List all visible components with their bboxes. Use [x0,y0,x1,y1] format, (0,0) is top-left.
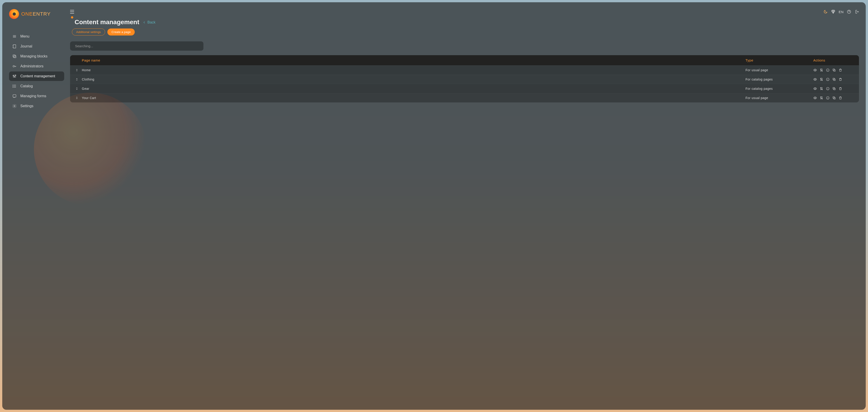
row-type: For usual page [745,96,813,100]
svg-point-11 [14,77,15,77]
sidebar-item-label: Settings [20,104,33,108]
sidebar-item-label: Journal [20,44,32,49]
action-buttons: Additional settings Create a page [70,29,859,35]
info-action[interactable] [826,96,830,100]
eye-action[interactable] [813,68,817,72]
theme-toggle[interactable] [823,9,828,14]
info-icon [826,96,830,100]
row-actions [813,78,854,81]
sidebar-item-catalog[interactable]: Catalog [9,81,64,91]
row-type: For catalog pages [745,87,813,90]
eye-icon [813,87,817,90]
svg-rect-3 [13,45,16,48]
bookmark-off-action[interactable] [819,96,823,100]
sidebar-item-content-management[interactable]: Content management [9,71,64,81]
sidebar-item-label: Administrators [20,64,43,68]
drag-handle[interactable] [72,87,82,90]
trash-action[interactable] [839,68,842,72]
hamburger-button[interactable] [70,9,75,14]
svg-point-37 [815,88,815,89]
table-body: HomeFor usual pageClothingFor catalog pa… [70,65,859,102]
key-icon [12,64,17,68]
sidebar-item-administrators[interactable]: Administrators [9,61,64,71]
app-window: ONEENTRY MenuJournalManaging blocksAdmin… [2,2,866,410]
sidebar-item-menu[interactable]: Menu [9,32,64,41]
info-action[interactable] [826,78,830,81]
col-type: Type [745,58,813,62]
bookmark-off-icon [819,96,823,100]
bookmark-off-action[interactable] [819,78,823,81]
svg-point-10 [13,75,13,76]
back-label: Back [147,20,156,24]
language-selector[interactable]: EN [839,10,844,14]
svg-point-17 [13,86,13,86]
svg-point-18 [13,87,13,88]
sort-icon [75,96,79,99]
back-link[interactable]: Back [143,20,156,24]
bookmark-off-action[interactable] [819,68,823,72]
logout-button[interactable] [855,9,859,14]
drag-handle[interactable] [72,78,82,81]
brand-name: ONEENTRY [21,11,51,17]
search-input[interactable] [70,41,204,51]
list-icon [12,84,17,88]
eye-action[interactable] [813,87,817,90]
sidebar-item-managing-forms[interactable]: Managing forms [9,91,64,101]
copy-icon [832,78,836,81]
svg-rect-4 [13,55,15,57]
svg-rect-19 [13,94,16,97]
copy-action[interactable] [832,78,836,81]
table-row[interactable]: ClothingFor catalog pages [70,75,859,84]
drag-handle[interactable] [72,68,82,72]
blocks-icon [12,54,17,59]
copy-action[interactable] [832,87,836,90]
col-name: Page name [82,58,745,62]
drag-handle[interactable] [72,96,82,99]
table-row[interactable]: Your CartFor usual page [70,93,859,102]
table-row[interactable]: GearFor catalog pages [70,84,859,93]
help-icon [847,9,851,14]
sidebar-nav: MenuJournalManaging blocksAdministrators… [9,32,64,111]
copy-action[interactable] [832,68,836,72]
sort-icon [75,78,79,81]
topbar: EN [70,9,859,14]
main-content: EN Content management Back Additional se… [68,2,866,410]
info-action[interactable] [826,68,830,72]
help-button[interactable] [847,9,851,14]
svg-rect-5 [14,56,16,58]
journal-icon [12,44,17,49]
design-tools[interactable] [831,9,835,14]
page-header: Content management Back [70,19,859,26]
trash-action[interactable] [839,96,842,100]
svg-point-41 [828,88,828,88]
bookmark-off-action[interactable] [819,87,823,90]
info-icon [826,68,830,72]
sidebar-item-managing-blocks[interactable]: Managing blocks [9,52,64,61]
top-actions: EN [823,9,859,14]
trash-action[interactable] [839,87,842,90]
eye-action[interactable] [813,96,817,100]
svg-point-23 [815,70,815,70]
table-row[interactable]: HomeFor usual page [70,65,859,75]
row-type: For usual page [745,68,813,72]
additional-settings-button[interactable]: Additional settings [72,29,105,35]
sidebar-item-label: Managing forms [20,94,46,98]
pages-table: Page name Type Actions HomeFor usual pag… [70,55,859,102]
moon-icon [823,9,828,14]
copy-action[interactable] [832,96,836,100]
eye-action[interactable] [813,78,817,81]
trash-action[interactable] [839,78,842,81]
svg-point-20 [14,106,15,107]
sidebar-item-journal[interactable]: Journal [9,41,64,51]
copy-icon [832,68,836,72]
table-header: Page name Type Actions [70,55,859,65]
sidebar-item-settings[interactable]: Settings [9,101,64,111]
create-page-button[interactable]: Create a page [107,29,135,35]
row-actions [813,87,854,90]
arrow-left-icon [143,21,146,24]
info-action[interactable] [826,87,830,90]
trash-icon [839,78,842,81]
brand-logo[interactable]: ONEENTRY [9,9,64,19]
sidebar-item-label: Catalog [20,84,33,88]
sliders-icon [12,74,17,79]
